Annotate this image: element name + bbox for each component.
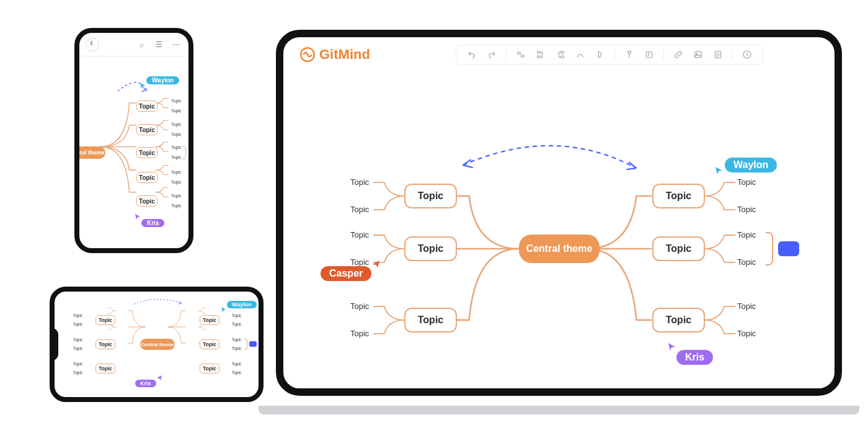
more-icon[interactable]: ⋯ [170, 38, 182, 51]
cursor-icon [156, 375, 162, 381]
summary-box[interactable] [778, 241, 799, 256]
subtopic-text[interactable]: Topic [232, 370, 241, 375]
subtopic-text[interactable]: Topic [350, 329, 369, 338]
topic-node[interactable]: Topic [136, 147, 157, 158]
relation-button[interactable] [575, 49, 586, 60]
topic-node[interactable]: Topic [200, 339, 219, 349]
back-button[interactable] [86, 38, 99, 51]
subtopic-text[interactable]: Topic [73, 322, 82, 326]
topic-node[interactable]: Topic [652, 236, 705, 261]
subtopic-text[interactable]: Topic [232, 362, 241, 366]
subtopic-text[interactable]: Topic [737, 302, 756, 311]
mindmap-canvas-mobile[interactable]: ntral theme Topic Topic Topic Topic Topi… [79, 56, 188, 237]
subtopic-text[interactable]: Topic [737, 257, 756, 267]
svg-rect-2 [521, 55, 525, 57]
subtopic-text[interactable]: Topic [171, 109, 181, 113]
collaborator-waylon: Waylon [227, 301, 257, 308]
subtopic-text[interactable]: Topic [350, 205, 369, 214]
toolbar-separator [732, 50, 733, 60]
add-sibling-button[interactable] [515, 49, 526, 60]
topic-node[interactable]: Topic [404, 236, 457, 261]
subtopic-text[interactable]: Topic [737, 205, 756, 214]
central-theme-node[interactable]: ntral theme [74, 146, 105, 159]
svg-rect-1 [518, 52, 521, 54]
subtopic-text[interactable]: Topic [73, 370, 82, 375]
topic-node[interactable]: Topic [652, 184, 705, 208]
topic-node[interactable]: Topic [136, 172, 157, 183]
subtopic-text[interactable]: Topic [171, 170, 181, 174]
svg-rect-8 [695, 51, 702, 57]
undo-button[interactable] [466, 49, 477, 60]
subtopic-text[interactable]: Topic [171, 180, 181, 184]
topic-node[interactable]: Topic [136, 124, 157, 135]
topic-node[interactable]: Topic [136, 195, 157, 207]
subtopic-text[interactable]: Topic [171, 155, 181, 159]
subtopic-text[interactable]: Topic [171, 122, 181, 127]
laptop-base [259, 406, 859, 414]
insert-image-button[interactable] [693, 49, 704, 60]
subtopic-text[interactable]: Topic [350, 177, 369, 187]
subtopic-text[interactable]: Topic [171, 99, 181, 103]
subtopic-text[interactable]: Topic [171, 132, 181, 136]
list-icon[interactable]: ☰ [153, 38, 165, 51]
gitmind-logo-icon [299, 47, 316, 63]
subtopic-text[interactable]: Topic [171, 145, 181, 150]
subtopic-text[interactable]: Topic [73, 313, 82, 318]
subtopic-text[interactable]: Topic [171, 203, 181, 208]
summary-button[interactable] [595, 49, 606, 60]
subtopic-text[interactable]: Topic [350, 257, 369, 267]
topic-node[interactable]: Topic [652, 308, 705, 333]
subtopic-text[interactable]: Topic [232, 313, 241, 318]
add-parent-button[interactable] [555, 49, 566, 60]
summary-box[interactable] [249, 341, 257, 347]
svg-rect-7 [646, 51, 652, 57]
app-logo-text: GitMind [319, 47, 370, 63]
text-style-button[interactable] [644, 49, 655, 60]
insert-note-button[interactable] [712, 49, 724, 60]
topic-node[interactable]: Topic [95, 364, 115, 373]
cursor-icon [140, 83, 146, 89]
laptop-screen: GitMind [276, 30, 842, 396]
subtopic-text[interactable]: Topic [232, 322, 241, 326]
svg-rect-3 [538, 51, 541, 53]
topic-node[interactable]: Topic [95, 339, 115, 349]
topic-node[interactable]: Topic [95, 315, 115, 325]
collaborator-kris: Kris [676, 350, 713, 365]
subtopic-text[interactable]: Topic [350, 230, 369, 239]
search-icon[interactable]: ⌕ [135, 38, 148, 51]
phone-landscape-frame: Central theme Topic Topic Topic Topic To… [50, 287, 264, 402]
subtopic-text[interactable]: Topic [232, 346, 241, 351]
central-theme-node[interactable]: Central theme [140, 339, 175, 350]
mindmap-canvas[interactable]: Central theme Topic Topic Topic Topic To… [283, 72, 835, 388]
summary-box[interactable] [188, 150, 193, 156]
svg-rect-6 [561, 56, 564, 58]
subtopic-text[interactable]: Topic [73, 337, 82, 342]
cursor-icon [715, 166, 724, 175]
subtopic-text[interactable]: Topic [737, 177, 756, 187]
collaborator-casper: Casper [321, 266, 371, 281]
share-button[interactable] [742, 49, 753, 60]
subtopic-text[interactable]: Topic [232, 337, 241, 342]
subtopic-text[interactable]: Topic [737, 329, 756, 338]
redo-button[interactable] [486, 49, 497, 60]
insert-link-button[interactable] [673, 49, 684, 60]
svg-rect-5 [561, 51, 564, 53]
topic-node[interactable]: Topic [404, 308, 457, 333]
app-logo: GitMind [299, 47, 370, 63]
subtopic-text[interactable]: Topic [737, 230, 756, 239]
cursor-icon [135, 213, 141, 220]
topic-node[interactable]: Topic [200, 315, 219, 325]
mindmap-canvas-landscape[interactable]: Central theme Topic Topic Topic Topic To… [55, 292, 259, 362]
summary-brace [182, 146, 186, 159]
format-button[interactable] [624, 49, 635, 60]
topic-node[interactable]: Topic [404, 184, 457, 208]
central-theme-node[interactable]: Central theme [519, 235, 600, 263]
subtopic-text[interactable]: Topic [73, 346, 82, 351]
subtopic-text[interactable]: Topic [350, 302, 369, 311]
topic-node[interactable]: Topic [136, 101, 157, 112]
app-header: GitMind [283, 37, 835, 72]
subtopic-text[interactable]: Topic [171, 194, 181, 198]
add-child-button[interactable] [535, 49, 546, 60]
subtopic-text[interactable]: Topic [73, 362, 82, 366]
topic-node[interactable]: Topic [200, 364, 219, 373]
